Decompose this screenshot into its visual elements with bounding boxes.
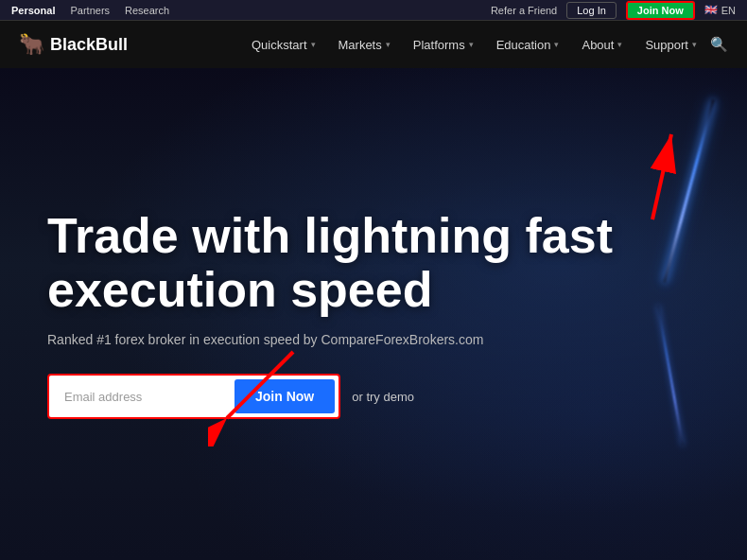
try-demo-link[interactable]: or try demo [352, 390, 414, 404]
hero-subtitle: Ranked #1 forex broker in execution spee… [47, 332, 615, 347]
hero-section: Trade with lightning fast execution spee… [0, 68, 747, 560]
language-label: EN [721, 5, 736, 16]
refer-friend-link[interactable]: Refer a Friend [491, 5, 557, 16]
chevron-down-icon: ▾ [311, 40, 316, 49]
nav-quickstart[interactable]: Quickstart ▾ [242, 21, 325, 68]
email-input[interactable] [53, 382, 235, 411]
language-selector[interactable]: 🇬🇧 EN [704, 4, 736, 16]
login-button[interactable]: Log In [566, 2, 617, 19]
main-navbar: 🐂 BlackBull Quickstart ▾ Markets ▾ Platf… [0, 21, 747, 68]
chevron-down-icon: ▾ [386, 40, 391, 49]
nav-education[interactable]: Education ▾ [487, 21, 569, 68]
search-icon[interactable]: 🔍 [710, 36, 728, 53]
top-actions: Refer a Friend Log In Join Now 🇬🇧 EN [491, 1, 736, 20]
nav-support[interactable]: Support ▾ [635, 21, 706, 68]
nav-platforms[interactable]: Platforms ▾ [404, 21, 483, 68]
logo-bull-icon: 🐂 [19, 32, 44, 57]
chevron-down-icon: ▾ [617, 40, 622, 49]
chevron-down-icon: ▾ [469, 40, 474, 49]
hero-content: Trade with lightning fast execution spee… [47, 209, 615, 419]
chevron-down-icon: ▾ [554, 40, 559, 49]
top-nav: Personal Partners Research [11, 5, 169, 16]
nav-about[interactable]: About ▾ [572, 21, 632, 68]
nav-research[interactable]: Research [125, 5, 169, 16]
join-now-hero-button[interactable]: Join Now [235, 379, 335, 413]
top-bar: Personal Partners Research Refer a Frien… [0, 0, 747, 21]
flag-icon: 🇬🇧 [704, 4, 718, 16]
chevron-down-icon: ▾ [692, 40, 697, 49]
nav-markets[interactable]: Markets ▾ [329, 21, 400, 68]
join-now-top-button[interactable]: Join Now [626, 1, 695, 20]
nav-partners[interactable]: Partners [70, 5, 110, 16]
hero-title: Trade with lightning fast execution spee… [47, 209, 615, 317]
logo-text: BlackBull [50, 35, 128, 55]
nav-links: Quickstart ▾ Markets ▾ Platforms ▾ Educa… [242, 21, 728, 68]
logo[interactable]: 🐂 BlackBull [19, 32, 128, 57]
hero-signup-form: Join Now [47, 374, 340, 419]
nav-personal[interactable]: Personal [11, 5, 55, 16]
